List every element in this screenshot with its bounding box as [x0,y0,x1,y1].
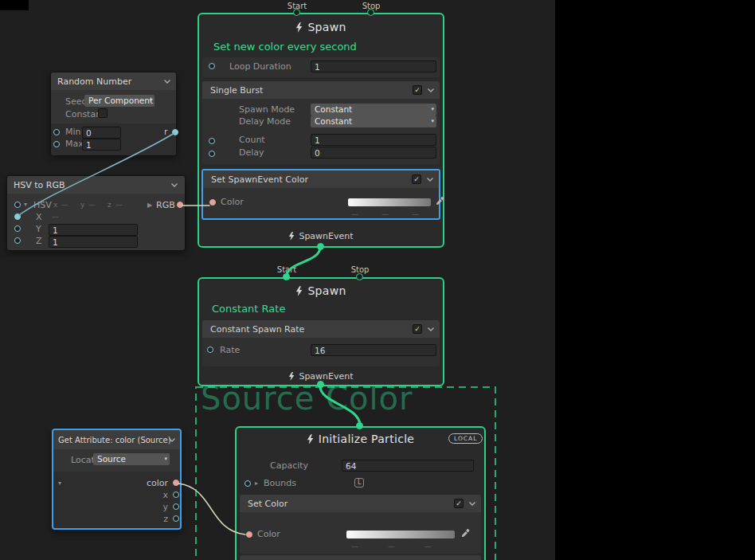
color-output-port[interactable] [173,480,179,486]
color-input-port[interactable] [209,199,216,206]
initialize-header[interactable]: Initialize Particle [237,428,484,450]
set-spawnevent-color-checkbox[interactable]: ✓ [412,174,421,184]
set-spawnevent-color-header[interactable]: Set SpawnEvent Color ✓ [203,170,439,188]
z-label: Z [36,236,42,246]
delay-mode-dropdown[interactable]: Constant ▾ [311,116,436,127]
expander-right-icon[interactable]: ▸ [255,480,258,488]
set-color-checkbox[interactable]: ✓ [454,499,464,508]
color-label: Color [221,197,244,207]
spawn2-header[interactable]: Spawn [199,279,443,303]
capacity-field[interactable]: 64 [342,460,474,472]
spawn1-footer: SpawnEvent [199,228,443,244]
constant-spawn-rate-header[interactable]: Constant Spawn Rate ✓ [202,320,440,338]
spawnevent-output-port[interactable] [317,381,324,388]
delay-field[interactable]: 0 [311,147,436,159]
random-number-node[interactable]: Random Number Seed Per Component ▾ Const… [50,72,177,155]
hsv-x-mini-dash: — [61,201,68,209]
max-field[interactable]: 1 [82,139,121,151]
collapse-chevron-icon[interactable] [427,327,435,332]
set-color-header[interactable]: Set Color ✓ [240,495,481,512]
r-output-port[interactable] [172,129,178,135]
x-input-port[interactable] [14,213,21,220]
x-output-port[interactable] [173,491,179,498]
collapse-chevron-icon[interactable] [426,177,434,182]
spawn1-header[interactable]: Spawn [199,14,443,40]
get-attribute-node[interactable]: Get Attribute: color (Source) Location S… [52,429,182,530]
block-title: Constant Spawn Rate [210,324,304,335]
y-field[interactable]: 1 [49,224,138,236]
spawn-mode-dropdown[interactable]: Constant ▾ [311,104,436,116]
collapse-chevron-icon[interactable] [427,88,435,93]
z-output-port[interactable] [173,515,179,522]
set-spawnevent-color-block[interactable]: Set SpawnEvent Color ✓ Color — — — [201,169,440,220]
get-attribute-header[interactable]: Get Attribute: color (Source) [53,430,180,449]
rate-field[interactable]: 16 [311,344,436,356]
vfx-graph-canvas[interactable]: Source Color Random Number Seed Per Comp… [0,0,755,560]
hsv-to-rgb-node[interactable]: HSV to RGB ▾ HSV x — y — z — X — Y 1 Z 1… [6,175,186,251]
constant-checkbox[interactable] [98,108,108,118]
hsv-input-port[interactable] [14,202,21,208]
loop-duration-port[interactable] [209,63,215,69]
delay-input-port[interactable] [209,151,215,157]
collapse-chevron-icon[interactable] [163,79,171,84]
hsv-x-mini-label: x [53,201,57,209]
expander-down-icon[interactable]: ▾ [58,480,61,488]
node-title: Spawn [307,284,346,297]
constant-spawn-rate-checkbox[interactable]: ✓ [413,324,422,334]
color-field[interactable] [346,531,455,538]
collapse-chevron-icon[interactable] [168,437,176,443]
single-burst-block[interactable]: Single Burst ✓ Spawn Mode Constant ▾ Del… [202,81,440,164]
min-input-port[interactable] [53,129,60,135]
block-title: Set Color [248,499,288,509]
seed-dropdown[interactable]: Per Component ▾ [84,95,155,107]
loop-duration-field[interactable]: 1 [311,61,436,72]
count-label: Count [239,135,265,145]
expander-down-icon[interactable]: ▾ [24,201,27,209]
y-output-label: y [101,502,168,512]
spawnevent-output-port[interactable] [317,243,324,250]
random-number-header[interactable]: Random Number [51,72,176,90]
output-play-icon: ▶ [147,202,152,210]
constant-spawn-rate-block[interactable]: Constant Spawn Rate ✓ Rate 16 [202,320,440,366]
dropdown-value: Constant [315,104,352,114]
count-field[interactable]: 1 [311,134,436,146]
rgb-output-port[interactable] [177,202,183,208]
color-field[interactable] [348,198,431,206]
collapse-chevron-icon[interactable] [468,501,476,507]
max-input-port[interactable] [53,141,60,147]
color-z-dash: — [412,210,419,218]
eyedropper-icon[interactable] [436,197,444,206]
next-block-partial[interactable] [240,555,481,560]
y-input-port[interactable] [14,225,21,232]
check-icon: ✓ [414,86,421,94]
collapse-chevron-icon[interactable] [170,182,178,188]
color-x-dash: — [351,210,358,218]
capacity-label: Capacity [270,460,308,471]
single-burst-header[interactable]: Single Burst ✓ [202,81,440,99]
z-field[interactable]: 1 [49,236,138,248]
x-connected-dash: — [52,213,59,221]
y-output-port[interactable] [173,503,179,510]
count-input-port[interactable] [209,138,215,144]
bounds-input-port[interactable] [244,480,251,487]
hsv-y-mini-dash: — [88,201,96,209]
node-title: Spawn [307,21,346,33]
y-label: Y [36,224,41,234]
color-input-port[interactable] [246,531,252,538]
bounds-local-badge[interactable]: L [354,478,364,488]
hsv-to-rgb-header[interactable]: HSV to RGB [7,176,185,194]
location-dropdown[interactable]: Source ▾ [93,453,170,465]
initialize-particle-context[interactable]: Initialize Particle LOCAL Capacity 64 ▸ … [235,426,486,560]
spawn2-subtitle: Constant Rate [212,303,285,315]
z-input-port[interactable] [14,237,21,244]
right-black-panel [555,0,755,560]
spawn-context-1[interactable]: Spawn Set new color every second Loop Du… [198,13,444,248]
single-burst-checkbox[interactable]: ✓ [413,85,422,95]
local-badge[interactable]: LOCAL [448,433,483,444]
rate-input-port[interactable] [207,347,213,353]
color-y-dash: — [381,210,389,218]
spawn-context-2[interactable]: Spawn Constant Rate Constant Spawn Rate … [198,277,444,386]
eyedropper-icon[interactable] [461,529,470,538]
set-color-block[interactable]: Set Color ✓ Color — — — [240,495,481,554]
min-field[interactable]: 0 [82,127,121,139]
